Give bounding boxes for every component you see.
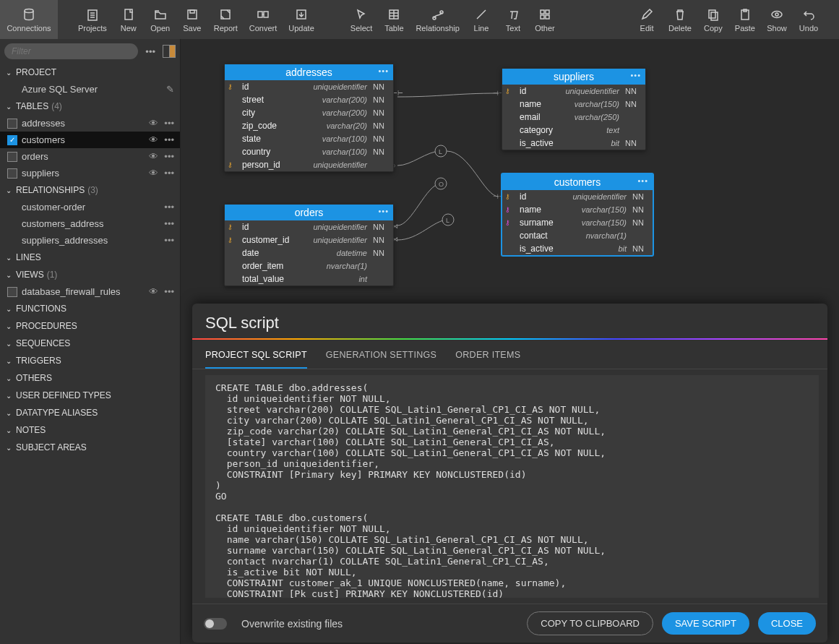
entity-column[interactable]: datedatetimeNN bbox=[225, 246, 393, 259]
entity-column[interactable]: total_valueint bbox=[225, 272, 393, 285]
entity-column[interactable]: order_itemnvarchar(1) bbox=[225, 259, 393, 272]
tree-header-datatype-aliases[interactable]: ⌄DATATYPE ALIASES bbox=[0, 404, 180, 421]
tree-header-lines[interactable]: ⌄LINES bbox=[0, 249, 180, 266]
tree-item-azure-sql-server[interactable]: Azure SQL Server✎ bbox=[0, 81, 180, 98]
copy-button[interactable]: Copy bbox=[697, 0, 729, 39]
entity-menu-icon[interactable]: ••• bbox=[637, 176, 648, 185]
checkbox-icon[interactable] bbox=[7, 119, 17, 129]
eye-icon[interactable]: 👁 bbox=[149, 151, 158, 162]
convert-button[interactable]: Convert bbox=[244, 0, 283, 39]
eye-icon[interactable]: 👁 bbox=[149, 286, 158, 297]
other-button[interactable]: Other bbox=[529, 0, 561, 39]
entity-customers[interactable]: customers••• ⚷iduniqueidentifierNN⚷namev… bbox=[502, 173, 653, 256]
tree-item-suppliers[interactable]: suppliers👁••• bbox=[0, 165, 180, 181]
overwrite-toggle[interactable] bbox=[204, 618, 227, 630]
eye-icon[interactable]: 👁 bbox=[149, 168, 158, 179]
entity-column[interactable]: streetvarchar(200)NN bbox=[225, 93, 393, 106]
tree-header-tables[interactable]: ⌄TABLES(4) bbox=[0, 98, 180, 115]
tree-header-procedures[interactable]: ⌄PROCEDURES bbox=[0, 317, 180, 335]
tab-generation-settings[interactable]: GENERATION SETTINGS bbox=[326, 345, 436, 369]
entity-column[interactable]: countryvarchar(100)NN bbox=[225, 145, 393, 158]
checkbox-icon[interactable]: ✓ bbox=[7, 135, 17, 145]
entity-menu-icon[interactable]: ••• bbox=[630, 71, 641, 80]
tree-header-notes[interactable]: ⌄NOTES bbox=[0, 421, 180, 439]
entity-menu-icon[interactable]: ••• bbox=[378, 207, 389, 215]
tab-project-sql-script[interactable]: PROJECT SQL SCRIPT bbox=[205, 345, 307, 369]
tree-header-user-defined-types[interactable]: ⌄USER DEFINED TYPES bbox=[0, 387, 180, 404]
entity-column[interactable]: ⚷iduniqueidentifierNN bbox=[225, 220, 393, 233]
entity-column[interactable]: ⚷person_iduniqueidentifier bbox=[225, 158, 393, 171]
relationship-button[interactable]: Relationship bbox=[410, 0, 465, 39]
connections-button[interactable]: Connections bbox=[0, 0, 58, 39]
more-icon[interactable]: ••• bbox=[164, 118, 174, 129]
tree-header-views[interactable]: ⌄VIEWS(1) bbox=[0, 266, 180, 283]
tree-header-others[interactable]: ⌄OTHERS bbox=[0, 369, 180, 387]
entity-column[interactable]: namevarchar(150)NN bbox=[502, 98, 645, 111]
entity-column[interactable]: ⚷iduniqueidentifierNN bbox=[502, 190, 653, 203]
entity-column[interactable]: contactnvarchar(1) bbox=[502, 229, 653, 242]
more-icon[interactable]: ••• bbox=[164, 202, 174, 212]
more-icon[interactable]: ••• bbox=[164, 134, 174, 145]
entity-column[interactable]: is_activebitNN bbox=[502, 242, 653, 255]
filter-more-icon[interactable]: ••• bbox=[142, 46, 158, 57]
entity-column[interactable]: ⚷iduniqueidentifierNN bbox=[225, 80, 393, 93]
entity-column[interactable]: categorytext bbox=[502, 124, 645, 137]
entity-column[interactable]: ⚷namevarchar(150)NN bbox=[502, 203, 653, 216]
line-button[interactable]: Line bbox=[465, 0, 497, 39]
tree-item-customers_address[interactable]: customers_address••• bbox=[0, 215, 180, 232]
tree-header-functions[interactable]: ⌄FUNCTIONS bbox=[0, 300, 180, 317]
tree-header-sequences[interactable]: ⌄SEQUENCES bbox=[0, 335, 180, 352]
entity-menu-icon[interactable]: ••• bbox=[378, 66, 389, 75]
entity-column[interactable]: cityvarchar(200)NN bbox=[225, 106, 393, 119]
more-icon[interactable]: ••• bbox=[164, 235, 174, 246]
copy-clipboard-button[interactable]: COPY TO CLIPBOARD bbox=[527, 611, 653, 635]
filter-input[interactable] bbox=[4, 43, 138, 59]
entity-column[interactable]: ⚷iduniqueidentifierNN bbox=[502, 85, 645, 98]
eye-icon[interactable]: 👁 bbox=[149, 134, 158, 145]
checkbox-icon[interactable] bbox=[7, 168, 17, 179]
tree-item-database_firewall_rules[interactable]: database_firewall_rules👁••• bbox=[0, 283, 180, 300]
show-button[interactable]: Show bbox=[761, 0, 793, 39]
more-icon[interactable]: ••• bbox=[164, 168, 174, 179]
entity-suppliers[interactable]: suppliers••• ⚷iduniqueidentifierNNnameva… bbox=[502, 68, 646, 150]
report-button[interactable]: Report bbox=[208, 0, 244, 39]
entity-orders[interactable]: orders••• ⚷iduniqueidentifierNN⚷customer… bbox=[224, 204, 394, 286]
tree-item-addresses[interactable]: addresses👁••• bbox=[0, 115, 180, 132]
entity-column[interactable]: ⚷customer_iduniqueidentifierNN bbox=[225, 233, 393, 246]
checkbox-icon[interactable] bbox=[7, 287, 17, 297]
entity-column[interactable]: is_activebitNN bbox=[502, 137, 645, 150]
tree-header-triggers[interactable]: ⌄TRIGGERS bbox=[0, 352, 180, 369]
sql-code[interactable]: CREATE TABLE dbo.addresses( id uniqueide… bbox=[205, 375, 819, 598]
entity-column[interactable]: emailvarchar(250) bbox=[502, 111, 645, 124]
tree-header-project[interactable]: ⌄PROJECT bbox=[0, 64, 180, 81]
more-icon[interactable]: ••• bbox=[164, 151, 174, 162]
edit-icon[interactable]: ✎ bbox=[166, 84, 174, 95]
tree-item-customers[interactable]: ✓customers👁••• bbox=[0, 132, 180, 148]
close-button[interactable]: CLOSE bbox=[758, 612, 816, 635]
tab-order-items[interactable]: ORDER ITEMS bbox=[455, 345, 520, 369]
update-button[interactable]: Update bbox=[283, 0, 319, 39]
more-icon[interactable]: ••• bbox=[164, 218, 174, 229]
open-button[interactable]: Open bbox=[145, 0, 176, 39]
text-button[interactable]: Text bbox=[497, 0, 529, 39]
layout-toggle-icon[interactable] bbox=[163, 45, 176, 58]
projects-button[interactable]: Projects bbox=[72, 0, 113, 39]
tree-item-orders[interactable]: orders👁••• bbox=[0, 148, 180, 165]
undo-button[interactable]: Undo bbox=[793, 0, 825, 39]
delete-button[interactable]: Delete bbox=[663, 0, 697, 39]
entity-column[interactable]: ⚷surnamevarchar(150)NN bbox=[502, 216, 653, 229]
diagram-canvas[interactable]: ⊢⊢⊣⊣ L ○⊣⊣ O L ⋊⋊ addresses••• ⚷idunique… bbox=[181, 39, 839, 644]
select-button[interactable]: Select bbox=[345, 0, 379, 39]
tree-item-customer-order[interactable]: customer-order••• bbox=[0, 199, 180, 215]
table-button[interactable]: Table bbox=[378, 0, 410, 39]
entity-column[interactable]: statevarchar(100)NN bbox=[225, 132, 393, 145]
edit-button[interactable]: Edit bbox=[631, 0, 663, 39]
entity-column[interactable]: zip_codevarchar(20)NN bbox=[225, 119, 393, 132]
tree-header-subject-areas[interactable]: ⌄SUBJECT AREAS bbox=[0, 439, 180, 456]
save-button[interactable]: Save bbox=[176, 0, 208, 39]
eye-icon[interactable]: 👁 bbox=[149, 118, 158, 129]
entity-addresses[interactable]: addresses••• ⚷iduniqueidentifierNNstreet… bbox=[224, 64, 394, 172]
checkbox-icon[interactable] bbox=[7, 152, 17, 162]
tree-item-suppliers_addresses[interactable]: suppliers_addresses••• bbox=[0, 232, 180, 249]
tree-header-relationships[interactable]: ⌄RELATIONSHIPS(3) bbox=[0, 181, 180, 199]
